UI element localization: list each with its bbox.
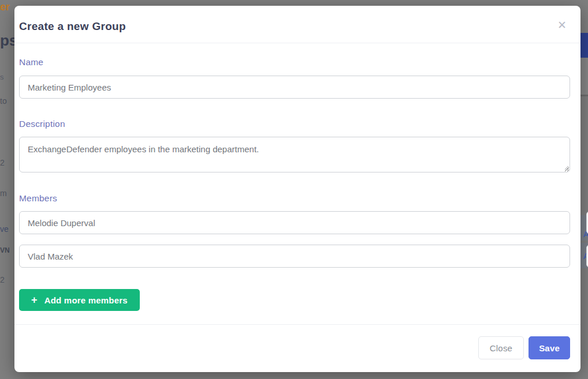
description-wrap — [19, 137, 570, 172]
members-label: Members — [19, 193, 570, 204]
background-block — [580, 58, 588, 95]
modal-footer: Close Save — [14, 324, 580, 372]
modal-title: Create a new Group — [19, 20, 570, 33]
member-name-input[interactable] — [19, 245, 570, 268]
members-rows: ✕ — [19, 211, 570, 268]
background-text-fragment: to — [0, 97, 7, 105]
name-label: Name — [19, 57, 570, 67]
group-name-input[interactable] — [19, 76, 570, 99]
background-text-fragment: ve — [0, 225, 9, 233]
background-text-fragment: s — [0, 73, 4, 81]
member-row — [19, 211, 570, 234]
group-description-textarea[interactable] — [19, 137, 570, 172]
add-more-members-label: Add more members — [44, 295, 128, 305]
description-label: Description — [19, 119, 570, 129]
save-button[interactable]: Save — [529, 336, 570, 359]
background-text-fragment: VN — [0, 247, 10, 254]
create-group-modal: Create a new Group ✕ Name Description Me… — [14, 6, 580, 372]
background-text-fragment: m — [0, 189, 7, 197]
page: { "modal": { "title": "Create a new Grou… — [0, 0, 588, 379]
modal-body: Name Description Members ✕ + Add more me… — [14, 57, 580, 311]
background-text-fragment: 2 — [0, 276, 5, 284]
close-icon[interactable]: ✕ — [557, 20, 567, 31]
background-text-fragment: 2 — [0, 159, 5, 167]
background-text-fragment: er — [0, 2, 10, 12]
background-block — [580, 95, 588, 96]
member-name-input[interactable] — [19, 211, 570, 234]
plus-icon: + — [31, 295, 38, 305]
background-block — [580, 33, 588, 58]
modal-header: Create a new Group ✕ — [14, 6, 580, 43]
add-more-members-button[interactable]: + Add more members — [19, 289, 140, 311]
close-button[interactable]: Close — [478, 336, 524, 359]
member-row: ✕ — [19, 244, 570, 268]
